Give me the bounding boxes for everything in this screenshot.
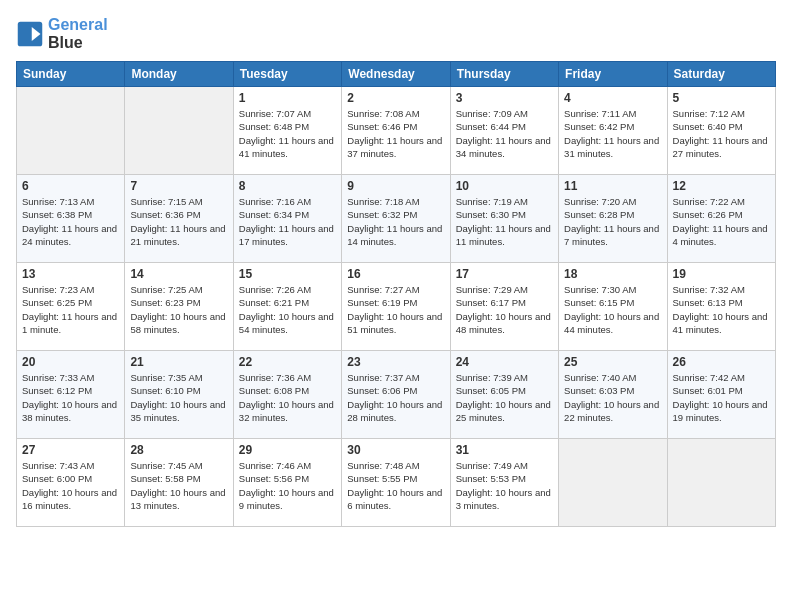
day-number: 12 bbox=[673, 179, 770, 193]
day-detail: Sunrise: 7:07 AMSunset: 6:48 PMDaylight:… bbox=[239, 107, 336, 160]
day-number: 7 bbox=[130, 179, 227, 193]
day-number: 23 bbox=[347, 355, 444, 369]
day-number: 4 bbox=[564, 91, 661, 105]
day-detail: Sunrise: 7:36 AMSunset: 6:08 PMDaylight:… bbox=[239, 371, 336, 424]
day-number: 26 bbox=[673, 355, 770, 369]
day-detail: Sunrise: 7:19 AMSunset: 6:30 PMDaylight:… bbox=[456, 195, 553, 248]
calendar-day-cell: 16Sunrise: 7:27 AMSunset: 6:19 PMDayligh… bbox=[342, 263, 450, 351]
calendar-day-cell bbox=[559, 439, 667, 527]
day-detail: Sunrise: 7:33 AMSunset: 6:12 PMDaylight:… bbox=[22, 371, 119, 424]
calendar-day-cell: 10Sunrise: 7:19 AMSunset: 6:30 PMDayligh… bbox=[450, 175, 558, 263]
day-detail: Sunrise: 7:11 AMSunset: 6:42 PMDaylight:… bbox=[564, 107, 661, 160]
calendar-day-cell: 31Sunrise: 7:49 AMSunset: 5:53 PMDayligh… bbox=[450, 439, 558, 527]
day-number: 24 bbox=[456, 355, 553, 369]
day-detail: Sunrise: 7:45 AMSunset: 5:58 PMDaylight:… bbox=[130, 459, 227, 512]
calendar-day-cell: 27Sunrise: 7:43 AMSunset: 6:00 PMDayligh… bbox=[17, 439, 125, 527]
weekday-header: Monday bbox=[125, 62, 233, 87]
day-detail: Sunrise: 7:43 AMSunset: 6:00 PMDaylight:… bbox=[22, 459, 119, 512]
day-number: 3 bbox=[456, 91, 553, 105]
day-number: 1 bbox=[239, 91, 336, 105]
calendar-day-cell: 22Sunrise: 7:36 AMSunset: 6:08 PMDayligh… bbox=[233, 351, 341, 439]
calendar-day-cell bbox=[667, 439, 775, 527]
day-detail: Sunrise: 7:30 AMSunset: 6:15 PMDaylight:… bbox=[564, 283, 661, 336]
calendar-day-cell: 11Sunrise: 7:20 AMSunset: 6:28 PMDayligh… bbox=[559, 175, 667, 263]
calendar-header: SundayMondayTuesdayWednesdayThursdayFrid… bbox=[17, 62, 776, 87]
day-detail: Sunrise: 7:09 AMSunset: 6:44 PMDaylight:… bbox=[456, 107, 553, 160]
day-number: 22 bbox=[239, 355, 336, 369]
day-number: 14 bbox=[130, 267, 227, 281]
calendar-day-cell: 5Sunrise: 7:12 AMSunset: 6:40 PMDaylight… bbox=[667, 87, 775, 175]
calendar-day-cell: 19Sunrise: 7:32 AMSunset: 6:13 PMDayligh… bbox=[667, 263, 775, 351]
day-detail: Sunrise: 7:12 AMSunset: 6:40 PMDaylight:… bbox=[673, 107, 770, 160]
weekday-header: Wednesday bbox=[342, 62, 450, 87]
calendar-day-cell bbox=[17, 87, 125, 175]
day-detail: Sunrise: 7:18 AMSunset: 6:32 PMDaylight:… bbox=[347, 195, 444, 248]
calendar-day-cell: 24Sunrise: 7:39 AMSunset: 6:05 PMDayligh… bbox=[450, 351, 558, 439]
calendar-day-cell: 23Sunrise: 7:37 AMSunset: 6:06 PMDayligh… bbox=[342, 351, 450, 439]
logo: General Blue bbox=[16, 16, 108, 51]
calendar-week-row: 1Sunrise: 7:07 AMSunset: 6:48 PMDaylight… bbox=[17, 87, 776, 175]
day-number: 25 bbox=[564, 355, 661, 369]
day-number: 29 bbox=[239, 443, 336, 457]
calendar-day-cell bbox=[125, 87, 233, 175]
calendar-day-cell: 12Sunrise: 7:22 AMSunset: 6:26 PMDayligh… bbox=[667, 175, 775, 263]
day-number: 17 bbox=[456, 267, 553, 281]
calendar-week-row: 20Sunrise: 7:33 AMSunset: 6:12 PMDayligh… bbox=[17, 351, 776, 439]
day-detail: Sunrise: 7:48 AMSunset: 5:55 PMDaylight:… bbox=[347, 459, 444, 512]
calendar-day-cell: 28Sunrise: 7:45 AMSunset: 5:58 PMDayligh… bbox=[125, 439, 233, 527]
calendar-day-cell: 26Sunrise: 7:42 AMSunset: 6:01 PMDayligh… bbox=[667, 351, 775, 439]
logo-icon bbox=[16, 20, 44, 48]
page-header: General Blue bbox=[16, 16, 776, 51]
calendar-week-row: 13Sunrise: 7:23 AMSunset: 6:25 PMDayligh… bbox=[17, 263, 776, 351]
calendar-day-cell: 25Sunrise: 7:40 AMSunset: 6:03 PMDayligh… bbox=[559, 351, 667, 439]
day-number: 18 bbox=[564, 267, 661, 281]
calendar-day-cell: 8Sunrise: 7:16 AMSunset: 6:34 PMDaylight… bbox=[233, 175, 341, 263]
day-number: 28 bbox=[130, 443, 227, 457]
day-detail: Sunrise: 7:37 AMSunset: 6:06 PMDaylight:… bbox=[347, 371, 444, 424]
day-number: 21 bbox=[130, 355, 227, 369]
weekday-header: Saturday bbox=[667, 62, 775, 87]
day-detail: Sunrise: 7:25 AMSunset: 6:23 PMDaylight:… bbox=[130, 283, 227, 336]
day-detail: Sunrise: 7:16 AMSunset: 6:34 PMDaylight:… bbox=[239, 195, 336, 248]
day-number: 15 bbox=[239, 267, 336, 281]
calendar-day-cell: 7Sunrise: 7:15 AMSunset: 6:36 PMDaylight… bbox=[125, 175, 233, 263]
calendar-day-cell: 17Sunrise: 7:29 AMSunset: 6:17 PMDayligh… bbox=[450, 263, 558, 351]
day-detail: Sunrise: 7:35 AMSunset: 6:10 PMDaylight:… bbox=[130, 371, 227, 424]
calendar-day-cell: 21Sunrise: 7:35 AMSunset: 6:10 PMDayligh… bbox=[125, 351, 233, 439]
day-detail: Sunrise: 7:46 AMSunset: 5:56 PMDaylight:… bbox=[239, 459, 336, 512]
weekday-header: Sunday bbox=[17, 62, 125, 87]
weekday-header: Thursday bbox=[450, 62, 558, 87]
calendar-day-cell: 1Sunrise: 7:07 AMSunset: 6:48 PMDaylight… bbox=[233, 87, 341, 175]
day-detail: Sunrise: 7:29 AMSunset: 6:17 PMDaylight:… bbox=[456, 283, 553, 336]
weekday-header: Tuesday bbox=[233, 62, 341, 87]
day-detail: Sunrise: 7:49 AMSunset: 5:53 PMDaylight:… bbox=[456, 459, 553, 512]
day-number: 5 bbox=[673, 91, 770, 105]
day-number: 13 bbox=[22, 267, 119, 281]
calendar-day-cell: 30Sunrise: 7:48 AMSunset: 5:55 PMDayligh… bbox=[342, 439, 450, 527]
calendar-day-cell: 14Sunrise: 7:25 AMSunset: 6:23 PMDayligh… bbox=[125, 263, 233, 351]
day-number: 11 bbox=[564, 179, 661, 193]
day-detail: Sunrise: 7:13 AMSunset: 6:38 PMDaylight:… bbox=[22, 195, 119, 248]
day-number: 8 bbox=[239, 179, 336, 193]
day-number: 19 bbox=[673, 267, 770, 281]
day-number: 27 bbox=[22, 443, 119, 457]
calendar-day-cell: 9Sunrise: 7:18 AMSunset: 6:32 PMDaylight… bbox=[342, 175, 450, 263]
day-number: 16 bbox=[347, 267, 444, 281]
calendar-week-row: 27Sunrise: 7:43 AMSunset: 6:00 PMDayligh… bbox=[17, 439, 776, 527]
day-detail: Sunrise: 7:39 AMSunset: 6:05 PMDaylight:… bbox=[456, 371, 553, 424]
calendar-day-cell: 13Sunrise: 7:23 AMSunset: 6:25 PMDayligh… bbox=[17, 263, 125, 351]
day-detail: Sunrise: 7:27 AMSunset: 6:19 PMDaylight:… bbox=[347, 283, 444, 336]
calendar-day-cell: 15Sunrise: 7:26 AMSunset: 6:21 PMDayligh… bbox=[233, 263, 341, 351]
day-detail: Sunrise: 7:15 AMSunset: 6:36 PMDaylight:… bbox=[130, 195, 227, 248]
day-number: 2 bbox=[347, 91, 444, 105]
day-detail: Sunrise: 7:20 AMSunset: 6:28 PMDaylight:… bbox=[564, 195, 661, 248]
calendar-body: 1Sunrise: 7:07 AMSunset: 6:48 PMDaylight… bbox=[17, 87, 776, 527]
day-number: 10 bbox=[456, 179, 553, 193]
calendar-day-cell: 2Sunrise: 7:08 AMSunset: 6:46 PMDaylight… bbox=[342, 87, 450, 175]
calendar-day-cell: 29Sunrise: 7:46 AMSunset: 5:56 PMDayligh… bbox=[233, 439, 341, 527]
calendar-day-cell: 4Sunrise: 7:11 AMSunset: 6:42 PMDaylight… bbox=[559, 87, 667, 175]
calendar-week-row: 6Sunrise: 7:13 AMSunset: 6:38 PMDaylight… bbox=[17, 175, 776, 263]
calendar-day-cell: 20Sunrise: 7:33 AMSunset: 6:12 PMDayligh… bbox=[17, 351, 125, 439]
day-number: 31 bbox=[456, 443, 553, 457]
day-detail: Sunrise: 7:40 AMSunset: 6:03 PMDaylight:… bbox=[564, 371, 661, 424]
